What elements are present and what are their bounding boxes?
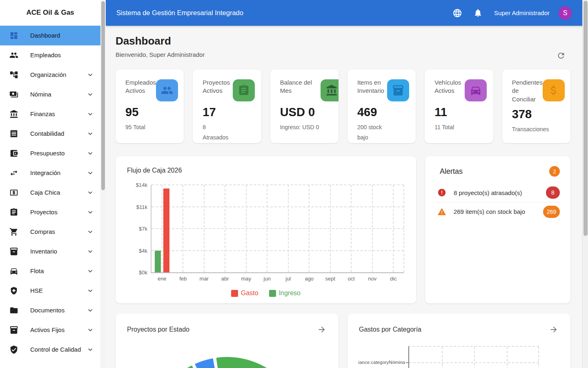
- shield-check-icon: [9, 345, 18, 354]
- sidebar-item-label: Integración: [30, 168, 86, 177]
- bank-icon: [325, 84, 338, 96]
- sidebar-scrollbar-thumb[interactable]: [101, 1, 105, 190]
- page-scrollbar[interactable]: [582, 0, 588, 368]
- refresh-icon[interactable]: [556, 50, 566, 61]
- cashflow-chart-card: Flujo de Caja 2026 $0k$4k$7k$11k$14kenef…: [116, 156, 416, 303]
- cashflow-chart-title: Flujo de Caja 2026: [127, 167, 405, 174]
- stat-subtitle: 8: [203, 124, 254, 130]
- bank-icon: [9, 110, 18, 119]
- sidebar: ACE Oil & Gas DashboardEmpleadosOrganiza…: [0, 0, 106, 368]
- stat-value: USD 0: [280, 105, 332, 119]
- y-axis-tick-label: $0k: [128, 269, 147, 276]
- box-icon: [9, 325, 18, 334]
- alerts-card: Alertas 2 8 proyecto(s) atrasado(s)8269 …: [425, 156, 570, 303]
- bell-icon: [473, 8, 483, 18]
- sidebar-item-inventario[interactable]: Inventario: [0, 242, 100, 261]
- user-avatar[interactable]: S: [559, 7, 572, 20]
- expenses-category-tick-label: iance.categoryNómina: [359, 360, 405, 365]
- notifications-bell-icon[interactable]: [472, 7, 483, 19]
- page-title: Dashboard: [116, 35, 570, 47]
- projects-pie-chart: [149, 357, 305, 368]
- alert-item: 269 item(s) con stock bajo269: [435, 202, 561, 221]
- page-subtitle: Bienvenido, Super Administrador: [116, 51, 570, 58]
- sidebar-item-dashboard[interactable]: Dashboard: [0, 26, 100, 45]
- sidebar-item-documentos[interactable]: Documentos: [0, 301, 100, 320]
- arrow-forward-icon[interactable]: [548, 324, 559, 335]
- sidebar-item-label: Proyectos: [30, 207, 86, 217]
- sidebar-item-flota[interactable]: Flota: [0, 261, 100, 281]
- appbar-actions: Super Administrador S: [452, 7, 572, 20]
- alert-count-badge: 269: [543, 206, 560, 218]
- chevron-down-icon: [86, 346, 94, 354]
- cashflow-chart-legend: GastoIngreso: [127, 289, 405, 297]
- page-header: Dashboard Bienvenido, Super Administrado…: [116, 35, 570, 58]
- sidebar-item-n-mina[interactable]: Nómina: [0, 85, 100, 104]
- sidebar-item-integraci-n[interactable]: Integración: [0, 163, 100, 183]
- x-axis-tick-label: dic: [390, 276, 397, 282]
- chevron-down-icon: [86, 267, 94, 275]
- sidebar-item-contabilidad[interactable]: Contabilidad: [0, 124, 100, 144]
- stat-title: Empleados Activos: [125, 79, 156, 101]
- sidebar-item-hse[interactable]: HSE: [0, 281, 100, 301]
- sidebar-item-activos-fijos[interactable]: Activos Fijos: [0, 320, 100, 340]
- stat-subtitle: Transacciones: [512, 126, 564, 132]
- appbar-title: Sistema de Gestión Empresarial Integrado: [116, 9, 243, 17]
- sidebar-item-label: Flota: [30, 266, 86, 276]
- arrow-forward-icon[interactable]: [316, 324, 327, 335]
- x-axis-tick-label: sept: [325, 276, 335, 282]
- expenses-by-category-title: Gastos por Categoría: [359, 326, 421, 333]
- sidebar-item-finanzas[interactable]: Finanzas: [0, 104, 100, 124]
- legend-item-gasto[interactable]: Gasto: [231, 289, 258, 297]
- x-axis-tick-label: ago: [305, 276, 314, 282]
- stat-value: 469: [357, 105, 409, 119]
- expenses-chart-plot: iance.categoryNómina: [408, 346, 539, 368]
- y-axis-tick-label: $7k: [128, 226, 147, 232]
- stat-value: 95: [125, 105, 177, 119]
- x-axis-tick-label: oct: [348, 276, 355, 282]
- sidebar-item-control-de-calidad[interactable]: Control de Calidad: [0, 340, 100, 359]
- sidebar-item-label: Caja Chica: [30, 188, 86, 197]
- projects-by-status-card: Proyectos por Estado: [116, 314, 339, 368]
- cashflow-chart-plot: $0k$4k$7k$11k$14kenefebmarabrmayjunjulag…: [151, 185, 404, 273]
- bar-ingreso-ene: [155, 251, 161, 273]
- sidebar-item-label: Compras: [30, 227, 86, 236]
- box-icon: [9, 247, 18, 256]
- box-icon: [392, 84, 404, 96]
- sidebar-item-compras[interactable]: Compras: [0, 222, 100, 242]
- alert-count-badge: 8: [546, 186, 560, 199]
- sidebar-item-label: Documentos: [30, 305, 86, 315]
- sidebar-scrollbar[interactable]: [100, 0, 106, 368]
- people-icon: [161, 84, 173, 96]
- legend-item-ingreso[interactable]: Ingreso: [269, 289, 301, 297]
- cart-icon: [9, 227, 18, 236]
- sidebar-item-presupuesto[interactable]: Presupuesto: [0, 144, 100, 163]
- main-content: Dashboard Bienvenido, Super Administrado…: [106, 26, 582, 368]
- language-globe-icon[interactable]: [452, 7, 463, 19]
- page-scrollbar-thumb[interactable]: [584, 1, 588, 236]
- bar-gasto-ene: [163, 188, 169, 272]
- y-axis-tick-label: $4k: [128, 247, 147, 254]
- chevron-down-icon: [86, 130, 94, 138]
- stat-subtitle: Ingreso: USD 0: [280, 124, 332, 130]
- stat-value: 17: [203, 105, 254, 119]
- sidebar-item-caja-chica[interactable]: Caja Chica: [0, 183, 100, 202]
- stat-title: Proyectos Activos: [203, 79, 232, 101]
- sidebar-item-label: Inventario: [30, 247, 86, 256]
- cash-icon: [9, 188, 18, 197]
- org-chart-icon: [9, 70, 18, 79]
- chevron-down-icon: [86, 287, 94, 295]
- folder-icon: [9, 306, 18, 315]
- sidebar-item-label: Organización: [30, 70, 86, 79]
- sidebar-item-label: Contabilidad: [30, 129, 86, 138]
- chevron-down-icon: [86, 247, 94, 256]
- dashboard-icon: [9, 31, 18, 40]
- car-icon: [9, 267, 18, 276]
- sidebar-item-organizaci-n[interactable]: Organización: [0, 65, 100, 85]
- shield-plus-icon: [9, 286, 18, 295]
- x-axis-tick-label: jun: [264, 276, 271, 282]
- sidebar-item-empleados[interactable]: Empleados: [0, 45, 100, 65]
- sidebar-menu: DashboardEmpleadosOrganizaciónNóminaFina…: [0, 26, 100, 359]
- x-axis-tick-label: ene: [158, 276, 167, 282]
- projects-by-status-title: Proyectos por Estado: [127, 326, 189, 333]
- sidebar-item-proyectos[interactable]: Proyectos: [0, 202, 100, 222]
